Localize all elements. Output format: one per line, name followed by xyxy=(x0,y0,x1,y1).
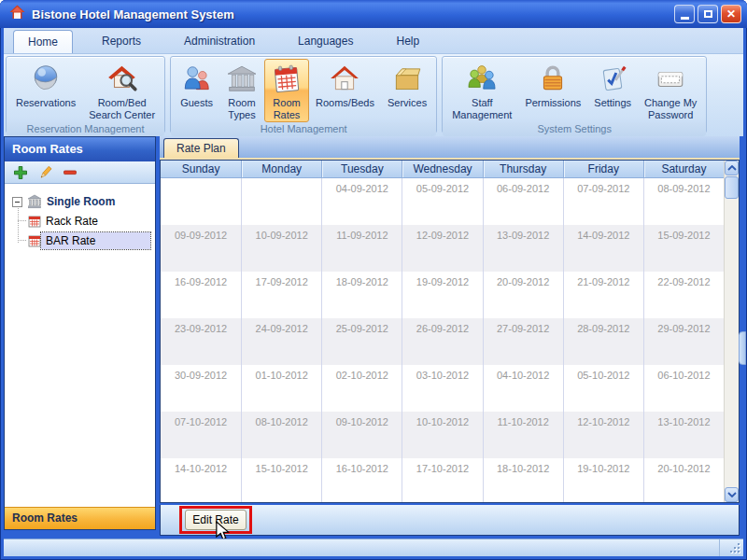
table-header-row: SundayMondayTuesdayWednesdayThursdayFrid… xyxy=(161,161,724,178)
ribbon-button-label: Staff Management xyxy=(452,97,512,121)
rooms-beds-button[interactable]: Rooms/Beds xyxy=(309,59,381,122)
resize-grip[interactable] xyxy=(719,539,743,556)
date-cell[interactable]: 11-09-2012 xyxy=(321,225,402,272)
date-cell[interactable]: 05-10-2012 xyxy=(563,365,643,412)
date-cell[interactable]: 15-10-2012 xyxy=(241,458,321,502)
tab-home[interactable]: Home xyxy=(13,30,73,53)
date-cell[interactable]: 05-09-2012 xyxy=(402,178,482,225)
tree-item-single-room[interactable]: Single Room xyxy=(5,192,155,211)
date-cell[interactable]: 27-09-2012 xyxy=(483,318,563,365)
date-cell[interactable]: 22-09-2012 xyxy=(643,272,724,318)
room-rates-button[interactable]: Room Rates xyxy=(264,59,309,122)
house-icon xyxy=(329,62,360,97)
tab-help[interactable]: Help xyxy=(382,30,433,53)
permissions-button[interactable]: Permissions xyxy=(518,59,587,122)
date-cell[interactable]: 04-09-2012 xyxy=(321,178,402,225)
date-cell[interactable]: 14-09-2012 xyxy=(563,225,643,272)
date-cell[interactable]: 12-10-2012 xyxy=(563,412,643,458)
tab-reports[interactable]: Reports xyxy=(88,30,155,53)
date-cell[interactable]: 18-09-2012 xyxy=(321,272,402,318)
settings-button[interactable]: Settings xyxy=(587,59,638,122)
date-cell[interactable]: 01-10-2012 xyxy=(241,365,321,412)
date-cell[interactable]: 12-09-2012 xyxy=(402,225,482,272)
date-cell[interactable]: 08-10-2012 xyxy=(241,412,321,458)
sidebar-toolbar xyxy=(5,161,155,184)
date-cell[interactable]: 17-09-2012 xyxy=(241,272,321,318)
date-cell[interactable]: 28-09-2012 xyxy=(563,318,643,365)
collapse-icon[interactable] xyxy=(12,197,22,207)
maximize-button[interactable] xyxy=(698,5,718,23)
date-cell[interactable]: 16-10-2012 xyxy=(321,458,402,502)
ribbon-button-label: Room/Bed Search Center xyxy=(89,97,155,121)
tab-rate-plan[interactable]: Rate Plan xyxy=(163,138,239,158)
date-cell[interactable]: 24-09-2012 xyxy=(241,318,321,365)
date-cell[interactable]: 07-10-2012 xyxy=(161,412,241,458)
guests-button[interactable]: Guests xyxy=(174,59,219,122)
add-rate-button[interactable] xyxy=(13,165,28,180)
week-row: 23-09-201224-09-201225-09-201226-09-2012… xyxy=(161,318,724,365)
date-cell[interactable]: 09-09-2012 xyxy=(161,225,241,272)
tree-item-rack-rate[interactable]: Rack Rate xyxy=(18,211,150,231)
sidebar-footer-room-rates[interactable]: Room Rates xyxy=(5,507,155,529)
date-cell[interactable]: 29-09-2012 xyxy=(643,318,724,365)
tab-administration[interactable]: Administration xyxy=(170,30,269,53)
date-cell[interactable]: 19-10-2012 xyxy=(563,458,643,502)
date-cell[interactable]: 09-10-2012 xyxy=(321,412,402,458)
tree-item-bar-rate[interactable]: BAR Rate xyxy=(18,231,150,250)
staff-icon xyxy=(465,62,499,97)
date-cell[interactable] xyxy=(241,178,321,225)
date-cell[interactable]: 14-10-2012 xyxy=(161,458,241,502)
group-reservation-management: Reservations Room/Bed Search Center Rese… xyxy=(6,56,165,133)
date-cell[interactable]: 16-09-2012 xyxy=(161,272,241,318)
close-button[interactable]: ✕ xyxy=(721,5,741,23)
vertical-scrollbar[interactable] xyxy=(724,161,739,502)
date-cell[interactable]: 18-10-2012 xyxy=(483,458,563,502)
date-cell[interactable]: 06-09-2012 xyxy=(483,178,563,225)
calendar-icon xyxy=(28,234,41,247)
plus-icon xyxy=(13,165,28,180)
staff-management-button[interactable]: Staff Management xyxy=(445,59,518,122)
date-cell[interactable]: 20-09-2012 xyxy=(483,272,563,318)
date-cell[interactable]: 26-09-2012 xyxy=(402,318,482,365)
date-cell[interactable]: 30-09-2012 xyxy=(161,365,241,412)
date-cell[interactable]: 08-09-2012 xyxy=(643,178,724,225)
reservations-button[interactable]: Reservations xyxy=(9,59,82,122)
week-row: 09-09-201210-09-201211-09-201212-09-2012… xyxy=(161,225,724,272)
date-cell[interactable]: 03-10-2012 xyxy=(402,365,482,412)
date-cell[interactable]: 21-09-2012 xyxy=(563,272,643,318)
date-cell[interactable]: 23-09-2012 xyxy=(161,318,241,365)
edit-bar: Edit Rate xyxy=(160,505,740,536)
date-cell[interactable]: 06-10-2012 xyxy=(643,365,724,412)
date-cell[interactable]: 15-09-2012 xyxy=(643,225,724,272)
week-row: 16-09-201217-09-201218-09-201219-09-2012… xyxy=(161,272,724,318)
date-cell[interactable]: 13-10-2012 xyxy=(643,412,724,458)
date-cell[interactable]: 17-10-2012 xyxy=(402,458,482,502)
services-button[interactable]: Services xyxy=(381,59,433,122)
scroll-down-button[interactable] xyxy=(725,487,739,502)
minimize-button[interactable] xyxy=(674,5,695,23)
window-title: Bistone Hotel Management System xyxy=(32,7,674,21)
date-cell[interactable]: 04-10-2012 xyxy=(483,365,563,412)
edit-rate-tool-button[interactable] xyxy=(37,165,53,180)
date-cell[interactable] xyxy=(161,178,241,225)
delete-rate-button[interactable] xyxy=(63,165,78,180)
tree-child-label: BAR Rate xyxy=(41,232,150,249)
date-cell[interactable]: 10-09-2012 xyxy=(241,225,321,272)
date-cell[interactable]: 11-10-2012 xyxy=(483,412,563,458)
date-cell[interactable]: 13-09-2012 xyxy=(483,225,563,272)
scroll-up-button[interactable] xyxy=(725,161,739,175)
date-cell[interactable]: 25-09-2012 xyxy=(321,318,402,365)
date-cell[interactable]: 07-09-2012 xyxy=(563,178,643,225)
main-panel: Rate Plan SundayMondayTuesdayWednesdayTh… xyxy=(160,136,740,536)
date-cell[interactable]: 02-10-2012 xyxy=(321,365,402,412)
date-cell[interactable]: 10-10-2012 xyxy=(402,412,482,458)
date-cell[interactable]: 19-09-2012 xyxy=(402,272,482,318)
tree-child-label: Rack Rate xyxy=(41,213,103,230)
date-cell[interactable]: 20-10-2012 xyxy=(643,458,724,502)
room-bed-search-center-button[interactable]: Room/Bed Search Center xyxy=(82,59,162,122)
change-my-password-button[interactable]: Change My Password xyxy=(638,59,703,122)
splitter-handle[interactable] xyxy=(739,331,746,365)
tab-languages[interactable]: Languages xyxy=(284,30,367,53)
scrollbar-thumb[interactable] xyxy=(725,176,739,199)
room-types-button[interactable]: Room Types xyxy=(219,59,264,122)
